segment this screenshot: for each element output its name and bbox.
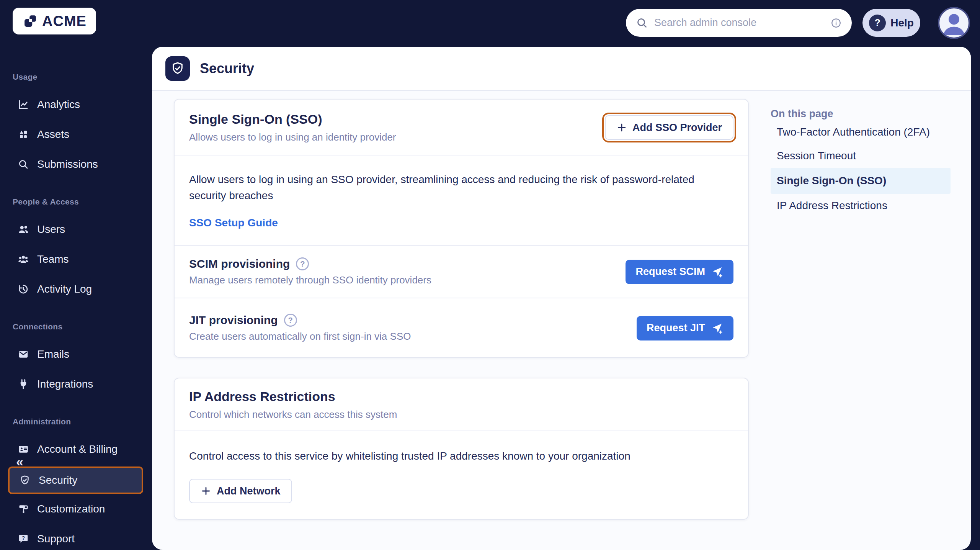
jit-provisioning-row: JIT provisioning ? Create users automati… xyxy=(175,298,748,357)
sidebar-item-emails[interactable]: Emails xyxy=(13,339,152,369)
sidebar-item-label: Submissions xyxy=(37,158,98,170)
sidebar-section-usage: Usage Analytics xyxy=(13,71,152,179)
sidebar-nav: Usage Analytics xyxy=(0,71,152,550)
sidebar: ACME Usage Analytics xyxy=(0,0,152,550)
sidebar-item-label: Security xyxy=(39,474,77,486)
teams-icon xyxy=(17,253,29,265)
sidebar-item-integrations[interactable]: Integrations xyxy=(13,369,152,399)
shield-icon xyxy=(19,474,31,486)
sso-card-titles: Single Sign-On (SSO) Allows users to log… xyxy=(189,112,396,143)
search-icon xyxy=(636,17,648,29)
sidebar-item-users[interactable]: Users xyxy=(13,214,152,244)
security-shield-icon xyxy=(165,56,190,81)
ip-description: Control access to this service by whitel… xyxy=(189,448,710,464)
sidebar-item-account-billing[interactable]: Account & Billing xyxy=(13,434,152,464)
ip-card-body: Control access to this service by whitel… xyxy=(175,431,748,519)
sidebar-item-analytics[interactable]: Analytics xyxy=(13,90,152,119)
paint-roller-icon xyxy=(17,503,29,515)
user-avatar[interactable] xyxy=(938,7,970,39)
add-network-label: Add Network xyxy=(217,485,281,497)
sso-card-title: Single Sign-On (SSO) xyxy=(189,112,396,127)
sidebar-item-label: Support xyxy=(37,533,75,545)
scim-provisioning-row: SCIM provisioning ? Manage users remotel… xyxy=(175,246,748,298)
sso-setup-guide-link[interactable]: SSO Setup Guide xyxy=(189,217,278,229)
request-jit-label: Request JIT xyxy=(647,322,705,334)
brand-mark-icon xyxy=(22,13,38,29)
sidebar-item-assets[interactable]: Assets xyxy=(13,119,152,149)
toc-item-2fa[interactable]: Two-Factor Authentication (2FA) xyxy=(771,120,951,144)
sidebar-item-security[interactable]: Security xyxy=(8,467,143,494)
request-scim-label: Request SCIM xyxy=(635,266,705,278)
sso-description: Allow users to log in using an SSO provi… xyxy=(189,172,710,204)
scim-provisioning-desc: Manage users remotely through SSO identi… xyxy=(189,274,431,286)
plug-icon xyxy=(17,378,29,390)
sidebar-item-label: Customization xyxy=(37,503,105,515)
help-label: Help xyxy=(890,17,914,29)
sidebar-item-label: Teams xyxy=(37,253,69,265)
sidebar-section-people: People & Access Users xyxy=(13,196,152,304)
collapse-sidebar-button[interactable]: « xyxy=(16,454,23,469)
activity-log-icon xyxy=(17,283,29,295)
sidebar-item-submissions[interactable]: Submissions xyxy=(13,149,152,179)
help-button[interactable]: ? Help xyxy=(862,9,920,37)
help-circle-icon[interactable]: ? xyxy=(284,314,297,327)
add-network-button[interactable]: Add Network xyxy=(189,479,292,503)
section-label: Connections xyxy=(13,321,152,332)
main-panel: Security Single Sign-On (SSO) Allows use… xyxy=(152,47,971,550)
on-this-page-nav: On this page Two-Factor Authentication (… xyxy=(771,99,951,520)
ip-card-subtitle: Control which networks can access this s… xyxy=(189,409,397,421)
toc-label: On this page xyxy=(771,108,951,120)
sidebar-item-label: Integrations xyxy=(37,378,93,390)
ip-card-header: IP Address Restrictions Control which ne… xyxy=(175,378,748,431)
scim-provisioning-title: SCIM provisioning xyxy=(189,257,290,270)
person-icon xyxy=(939,8,969,38)
sso-card-subtitle: Allows users to log in using an identity… xyxy=(189,131,396,143)
toc-item-ip-restrictions[interactable]: IP Address Restrictions xyxy=(771,194,951,218)
add-sso-provider-button[interactable]: Add SSO Provider xyxy=(605,115,733,140)
sidebar-item-label: Analytics xyxy=(37,98,80,111)
ip-card-title: IP Address Restrictions xyxy=(189,389,397,404)
section-label: People & Access xyxy=(13,196,152,208)
sidebar-item-activity-log[interactable]: Activity Log xyxy=(13,274,152,304)
scim-provisioning-info: SCIM provisioning ? Manage users remotel… xyxy=(189,257,431,286)
sidebar-item-customization[interactable]: Customization xyxy=(13,494,152,524)
search-bar xyxy=(626,9,852,37)
email-icon xyxy=(17,348,29,360)
brand-name: ACME xyxy=(42,13,87,29)
section-label: Usage xyxy=(13,71,152,83)
panel-body: Single Sign-On (SSO) Allows users to log… xyxy=(152,91,971,520)
sidebar-item-label: Activity Log xyxy=(37,283,92,295)
ip-restrictions-card: IP Address Restrictions Control which ne… xyxy=(174,378,749,520)
sso-card-body: Allow users to log in using an SSO provi… xyxy=(175,156,748,245)
request-jit-button[interactable]: Request JIT xyxy=(637,316,733,340)
info-icon[interactable] xyxy=(830,17,842,29)
account-billing-icon xyxy=(17,443,29,455)
analytics-icon xyxy=(17,98,29,111)
jit-provisioning-info: JIT provisioning ? Create users automati… xyxy=(189,314,411,342)
content-column: Single Sign-On (SSO) Allows users to log… xyxy=(174,99,749,520)
sso-card: Single Sign-On (SSO) Allows users to log… xyxy=(174,99,749,358)
sidebar-item-support[interactable]: ? Support xyxy=(13,524,152,550)
brand-logo[interactable]: ACME xyxy=(13,8,96,34)
admin-console: ACME Usage Analytics xyxy=(0,0,980,550)
add-sso-provider-label: Add SSO Provider xyxy=(632,122,722,134)
submissions-icon xyxy=(17,158,29,170)
section-label: Administration xyxy=(13,416,152,427)
sidebar-section-administration: Administration Account & Billing xyxy=(13,416,152,550)
send-plus-icon xyxy=(711,322,724,334)
sidebar-section-connections: Connections Emails xyxy=(13,321,152,399)
jit-provisioning-desc: Create users automatically on first sign… xyxy=(189,331,411,342)
jit-provisioning-title: JIT provisioning xyxy=(189,314,278,327)
help-question-icon: ? xyxy=(869,15,886,31)
toc-item-session-timeout[interactable]: Session Timeout xyxy=(771,144,951,168)
search-input[interactable] xyxy=(654,17,824,29)
page-title: Security xyxy=(200,61,254,77)
help-circle-icon[interactable]: ? xyxy=(296,257,309,270)
sidebar-item-label: Emails xyxy=(37,348,69,360)
request-scim-button[interactable]: Request SCIM xyxy=(626,260,733,284)
toc-item-sso[interactable]: Single Sign-On (SSO) xyxy=(771,168,951,194)
plus-icon xyxy=(201,486,211,496)
sso-card-header: Single Sign-On (SSO) Allows users to log… xyxy=(175,100,748,156)
sidebar-item-teams[interactable]: Teams xyxy=(13,244,152,274)
sidebar-item-label: Account & Billing xyxy=(37,443,118,455)
